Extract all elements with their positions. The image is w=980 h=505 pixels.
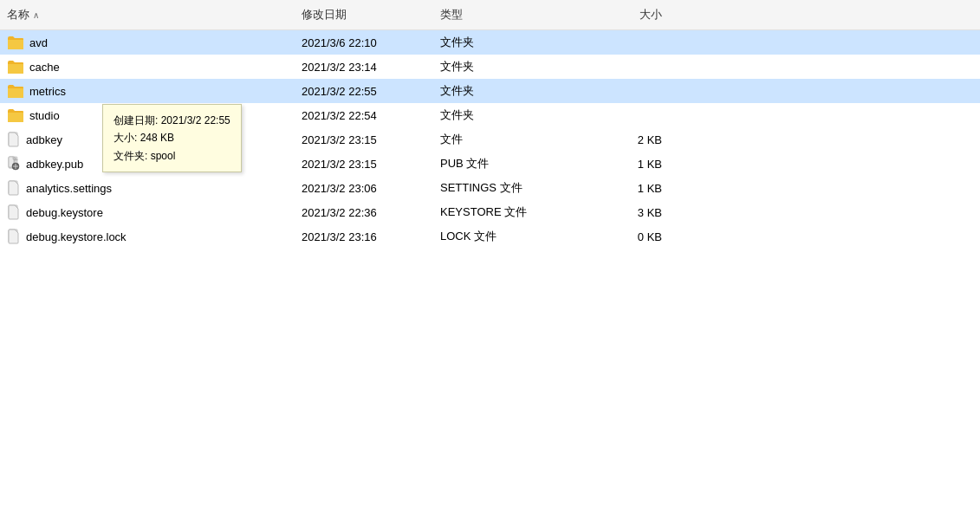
file-size-cell (572, 32, 676, 53)
file-size-cell (572, 56, 676, 77)
file-icon (7, 229, 21, 244)
file-icon (7, 180, 21, 196)
header-date[interactable]: 修改日期 (295, 3, 433, 26)
file-icon (7, 132, 21, 147)
file-size-cell: 2 KB (572, 129, 676, 150)
file-type-cell: LOCK 文件 (433, 226, 572, 247)
file-type-cell: 文件夹 (433, 81, 572, 101)
file-type-cell: SETTINGS 文件 (433, 178, 572, 198)
pub-file-icon (7, 156, 21, 172)
folder-icon (7, 107, 24, 123)
file-name-cell: metrics (0, 81, 295, 101)
file-name-label: adbkey (26, 133, 62, 146)
table-row[interactable]: avd2021/3/6 22:10文件夹 (0, 30, 980, 55)
file-name-cell: cache (0, 56, 295, 77)
file-date-cell: 2021/3/2 23:16 (295, 226, 433, 247)
file-size-cell: 0 KB (572, 226, 676, 247)
file-icon (7, 204, 21, 220)
tooltip-folder: 文件夹: spool (114, 147, 230, 165)
folder-icon (7, 83, 24, 99)
file-type-cell: 文件夹 (433, 32, 572, 53)
file-date-cell: 2021/3/2 23:15 (295, 153, 433, 174)
file-type-cell: 文件 (433, 129, 572, 150)
table-row[interactable]: cache2021/3/2 23:14文件夹 (0, 55, 980, 79)
tooltip-created: 创建日期: 2021/3/2 22:55 (114, 112, 230, 129)
file-name-cell: avd (0, 32, 295, 53)
file-date-cell: 2021/3/2 23:14 (295, 56, 433, 77)
header-type[interactable]: 类型 (433, 3, 572, 26)
file-name-label: debug.keystore (26, 206, 103, 219)
file-name-cell: analytics.settings (0, 178, 295, 198)
file-date-cell: 2021/3/2 23:06 (295, 178, 433, 198)
table-row[interactable]: debug.keystore2021/3/2 22:36KEYSTORE 文件3… (0, 200, 980, 224)
file-name-label: analytics.settings (26, 182, 112, 195)
header-size[interactable]: 大小 (572, 3, 676, 26)
file-date-cell: 2021/3/2 22:54 (295, 105, 433, 126)
header-name-label: 名称 (7, 7, 29, 23)
file-name-cell: debug.keystore.lock (0, 226, 295, 247)
folder-icon (7, 59, 24, 74)
file-date-cell: 2021/3/2 22:36 (295, 202, 433, 223)
file-type-cell: 文件夹 (433, 105, 572, 126)
table-row[interactable]: metrics2021/3/2 22:55文件夹 (0, 79, 980, 103)
file-size-cell: 3 KB (572, 202, 676, 223)
file-date-cell: 2021/3/2 22:55 (295, 81, 433, 101)
header-type-label: 类型 (440, 7, 463, 23)
header-size-label: 大小 (639, 7, 662, 23)
header-date-label: 修改日期 (302, 7, 347, 23)
file-size-cell (572, 105, 676, 126)
file-date-cell: 2021/3/2 23:15 (295, 129, 433, 150)
folder-icon (7, 35, 24, 50)
file-name-cell: debug.keystore (0, 202, 295, 223)
file-explorer: 名称 ∧ 修改日期 类型 大小 avd2021/3/6 22:10文件夹 cac… (0, 0, 980, 505)
tooltip-size: 大小: 248 KB (114, 129, 230, 146)
header-name[interactable]: 名称 ∧ (0, 3, 295, 26)
sort-arrow-icon: ∧ (33, 10, 39, 20)
file-name-label: metrics (29, 85, 66, 98)
table-header: 名称 ∧ 修改日期 类型 大小 (0, 0, 980, 30)
file-name-label: debug.keystore.lock (26, 230, 127, 243)
file-type-cell: PUB 文件 (433, 153, 572, 174)
file-date-cell: 2021/3/6 22:10 (295, 32, 433, 53)
file-name-label: studio (29, 109, 60, 122)
table-row[interactable]: debug.keystore.lock2021/3/2 23:16LOCK 文件… (0, 224, 980, 249)
file-type-cell: KEYSTORE 文件 (433, 202, 572, 223)
file-size-cell: 1 KB (572, 178, 676, 198)
file-name-label: adbkey.pub (26, 158, 83, 171)
file-size-cell (572, 81, 676, 101)
file-name-label: cache (29, 61, 60, 74)
file-type-cell: 文件夹 (433, 56, 572, 77)
file-size-cell: 1 KB (572, 153, 676, 174)
file-name-label: avd (29, 36, 48, 49)
tooltip-popup: 创建日期: 2021/3/2 22:55 大小: 248 KB 文件夹: spo… (102, 104, 242, 172)
table-row[interactable]: analytics.settings2021/3/2 23:06SETTINGS… (0, 176, 980, 200)
